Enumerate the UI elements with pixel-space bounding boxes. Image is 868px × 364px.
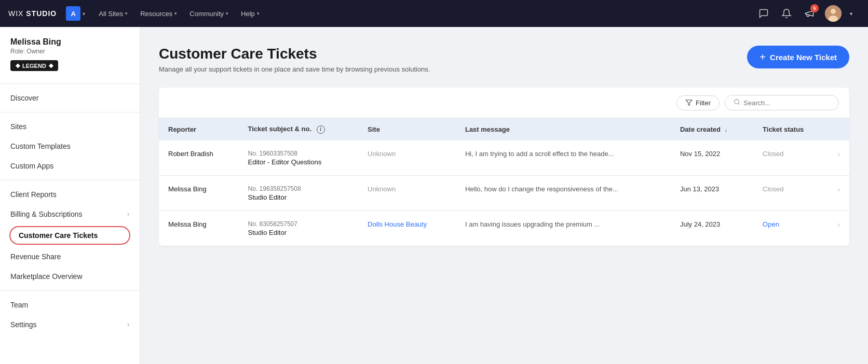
nav-link-all-sites[interactable]: All Sites ▾ <box>92 0 134 27</box>
col-header-ticket-subject: Ticket subject & no. i <box>239 118 358 141</box>
col-header-reporter: Reporter <box>159 118 239 141</box>
filter-icon <box>685 99 693 106</box>
chevron-down-icon: ▾ <box>174 11 177 16</box>
sidebar-item-settings[interactable]: Settings › <box>0 315 140 334</box>
cell-row-expand[interactable]: › <box>828 141 849 176</box>
nav-link-community[interactable]: Community ▾ <box>183 0 235 27</box>
sidebar-divider-1 <box>0 83 140 84</box>
cell-ticket-status: Closed <box>753 175 828 211</box>
account-avatar-btn[interactable]: A <box>66 6 80 21</box>
sidebar-user-role: Role: Owner <box>10 48 129 55</box>
table-row[interactable]: Melissa Bing No. 83058257507 Studio Edit… <box>159 211 849 246</box>
svg-point-1 <box>831 9 836 14</box>
col-header-last-message: Last message <box>456 118 671 141</box>
sidebar-user-info: Melissa Bing Role: Owner ◆ LEGEND ◆ <box>0 27 140 79</box>
site-unknown: Unknown <box>368 185 396 193</box>
megaphone-icon-btn[interactable]: 5 <box>802 6 817 21</box>
svg-marker-3 <box>686 100 692 106</box>
col-header-ticket-status: Ticket status <box>753 118 828 141</box>
chevron-right-icon: › <box>127 321 129 328</box>
sidebar-item-billing[interactable]: Billing & Subscriptions › <box>0 204 140 224</box>
sidebar-item-marketplace-overview[interactable]: Marketplace Overview <box>0 267 140 286</box>
cell-site: Unknown <box>358 141 456 176</box>
site-unknown: Unknown <box>368 150 396 158</box>
page-subtitle: Manage all your support tickets in one p… <box>159 65 430 73</box>
notification-badge: 5 <box>810 4 819 12</box>
table-row[interactable]: Robert Bradish No. 19603357508 Editor - … <box>159 141 849 176</box>
cell-reporter: Melissa Bing <box>159 175 239 211</box>
svg-line-5 <box>738 103 739 104</box>
sidebar-divider-2 <box>0 112 140 113</box>
sort-icon: ↓ <box>725 127 728 133</box>
chevron-down-icon: ▾ <box>257 11 260 16</box>
search-input[interactable] <box>743 99 830 107</box>
content-header-text: Customer Care Tickets Manage all your su… <box>159 46 430 73</box>
cell-site: Unknown <box>358 175 456 211</box>
top-navigation: WIX STUDIO A ▾ All Sites ▾ Resources ▾ C… <box>0 0 868 27</box>
user-chevron-icon[interactable]: ▾ <box>850 11 852 17</box>
bell-icon-btn[interactable] <box>779 6 794 21</box>
main-layout: Melissa Bing Role: Owner ◆ LEGEND ◆ Disc… <box>0 27 868 364</box>
ticket-subject: Studio Editor <box>248 229 349 236</box>
chevron-down-icon: ▾ <box>125 11 128 16</box>
search-box <box>725 95 839 110</box>
cell-site: Dolls House Beauty <box>358 211 456 246</box>
cell-ticket-status: Closed <box>753 141 828 176</box>
sidebar-item-custom-apps[interactable]: Custom Apps <box>0 156 140 176</box>
sidebar-item-sites[interactable]: Sites <box>0 117 140 136</box>
ticket-number: No. 196358257508 <box>248 185 349 192</box>
sidebar-item-customer-care-tickets[interactable]: Customer Care Tickets <box>9 226 130 245</box>
col-header-date-created[interactable]: Date created ↓ <box>671 118 753 141</box>
cell-ticket-status: Open <box>753 211 828 246</box>
sidebar-item-revenue-share[interactable]: Revenue Share <box>0 247 140 267</box>
table-header-row: Reporter Ticket subject & no. i Site Las… <box>159 118 849 141</box>
content-header: Customer Care Tickets Manage all your su… <box>159 46 849 73</box>
sidebar-item-discover[interactable]: Discover <box>0 88 140 108</box>
cell-reporter: Melissa Bing <box>159 211 239 246</box>
cell-ticket-subject: No. 196358257508 Studio Editor <box>239 175 358 211</box>
sidebar: Melissa Bing Role: Owner ◆ LEGEND ◆ Disc… <box>0 27 140 364</box>
sidebar-divider-4 <box>0 290 140 291</box>
cell-last-message: Hello, how do I change the responsivenes… <box>456 175 671 211</box>
logo-text: WIX STUDIO <box>8 9 57 18</box>
cell-row-expand[interactable]: › <box>828 175 849 211</box>
cell-ticket-subject: No. 83058257507 Studio Editor <box>239 211 358 246</box>
cell-ticket-subject: No. 19603357508 Editor - Editor Question… <box>239 141 358 176</box>
cell-reporter: Robert Bradish <box>159 141 239 176</box>
main-content: Customer Care Tickets Manage all your su… <box>140 27 868 364</box>
table-row[interactable]: Melissa Bing No. 196358257508 Studio Edi… <box>159 175 849 211</box>
cell-row-expand[interactable]: › <box>828 211 849 246</box>
sidebar-item-client-reports[interactable]: Client Reports <box>0 185 140 204</box>
table-toolbar: Filter <box>159 88 849 118</box>
create-new-ticket-button[interactable]: + Create New Ticket <box>747 46 849 68</box>
ticket-number: No. 19603357508 <box>248 150 349 157</box>
topnav-right-icons: 5 ▾ <box>756 5 860 22</box>
sidebar-item-custom-templates[interactable]: Custom Templates <box>0 136 140 156</box>
page-title: Customer Care Tickets <box>159 46 430 62</box>
ticket-subject: Editor - Editor Questions <box>248 158 349 166</box>
cell-date-created: July 24, 2023 <box>671 211 753 246</box>
sidebar-item-team[interactable]: Team <box>0 295 140 315</box>
search-icon <box>734 99 740 107</box>
col-header-action <box>828 118 849 141</box>
site-link[interactable]: Dolls House Beauty <box>368 220 427 228</box>
cell-date-created: Nov 15, 2022 <box>671 141 753 176</box>
svg-point-4 <box>735 100 739 104</box>
ticket-subject: Studio Editor <box>248 193 349 201</box>
chevron-right-icon: › <box>127 211 129 218</box>
info-icon[interactable]: i <box>317 125 325 134</box>
user-avatar[interactable] <box>825 5 842 22</box>
nav-link-resources[interactable]: Resources ▾ <box>134 0 183 27</box>
cell-date-created: Jun 13, 2023 <box>671 175 753 211</box>
chat-icon-btn[interactable] <box>756 6 771 21</box>
sidebar-user-name: Melissa Bing <box>10 37 129 47</box>
chevron-down-icon: ▾ <box>226 11 228 16</box>
filter-button[interactable]: Filter <box>676 95 720 110</box>
logo[interactable]: WIX STUDIO <box>8 9 57 18</box>
plus-icon: + <box>760 52 766 62</box>
account-chevron-icon[interactable]: ▾ <box>83 11 85 17</box>
nav-link-help[interactable]: Help ▾ <box>235 0 266 27</box>
ticket-number: No. 83058257507 <box>248 220 349 228</box>
sidebar-badge: ◆ LEGEND ◆ <box>10 60 58 71</box>
col-header-site: Site <box>358 118 456 141</box>
